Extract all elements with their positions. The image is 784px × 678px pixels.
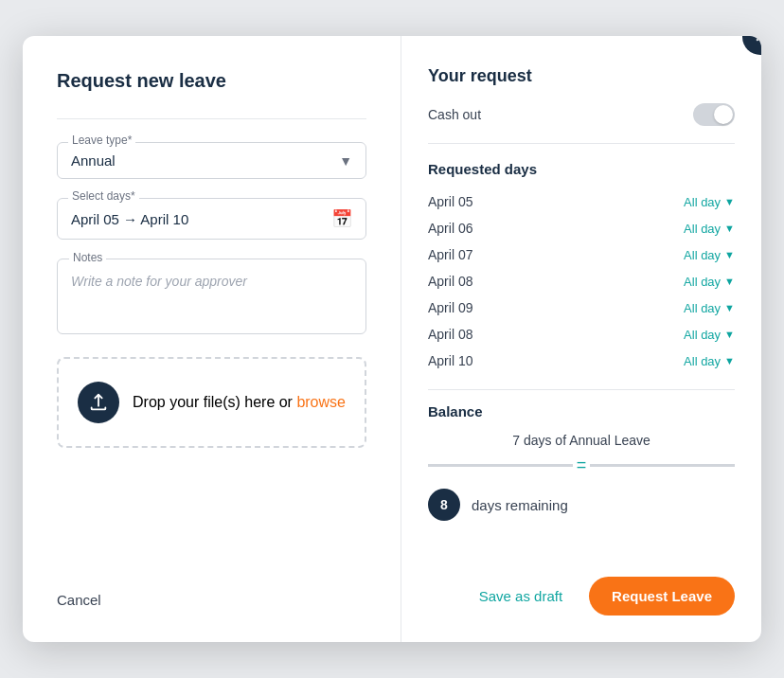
leave-type-value: Annual — [71, 152, 116, 169]
balance-section: Balance 7 days of Annual Leave = 8 days … — [428, 389, 735, 521]
select-days-field[interactable]: Select days* April 05 → April 10 📅 — [57, 198, 366, 240]
day-type-label: All day — [684, 328, 721, 342]
select-days-label: Select days* — [68, 189, 139, 203]
table-row: April 08 All day ▼ — [428, 321, 735, 348]
cash-out-toggle[interactable] — [693, 103, 735, 126]
day-type[interactable]: All day ▼ — [684, 195, 735, 209]
day-type[interactable]: All day ▼ — [684, 222, 735, 236]
chevron-down-icon: ▼ — [724, 329, 735, 340]
balance-days-text: 7 days of Annual Leave — [428, 433, 735, 448]
bar-line-right — [590, 464, 735, 467]
leave-type-field[interactable]: Leave type* Annual ▼ — [57, 142, 366, 179]
date-range-input[interactable]: April 05 → April 10 📅 — [57, 198, 366, 240]
upload-text-area: Drop your file(s) here or browse — [133, 394, 346, 411]
chevron-down-icon: ▼ — [724, 276, 735, 287]
requested-days-title: Requested days — [428, 161, 735, 177]
browse-link[interactable]: browse — [296, 394, 346, 410]
upload-zone[interactable]: Drop your file(s) here or browse — [57, 357, 366, 448]
chevron-down-icon: ▼ — [724, 196, 735, 207]
table-row: April 08 All day ▼ — [428, 268, 735, 294]
your-request-title: Your request — [428, 66, 735, 86]
remaining-row: 8 days remaining — [428, 489, 735, 521]
day-date: April 10 — [428, 353, 472, 368]
section-divider — [428, 143, 735, 144]
notes-label: Notes — [69, 251, 106, 264]
chevron-down-icon: ▼ — [724, 355, 735, 366]
save-draft-button[interactable]: Save as draft — [466, 579, 576, 614]
day-type-label: All day — [684, 248, 721, 262]
leave-type-label: Leave type* — [68, 134, 135, 147]
upload-icon — [78, 382, 119, 423]
day-date: April 07 — [428, 247, 472, 262]
notes-placeholder: Write a note for your approver — [71, 274, 247, 289]
notes-field[interactable]: Notes Write a note for your approver — [57, 259, 366, 334]
leave-type-select[interactable]: Annual ▼ — [57, 142, 366, 179]
day-date: April 09 — [428, 300, 472, 315]
page-title: Request new leave — [57, 70, 366, 92]
balance-divider — [428, 389, 735, 390]
toggle-knob — [714, 105, 733, 124]
request-leave-button[interactable]: Request Leave — [589, 577, 735, 616]
day-type-label: All day — [684, 301, 721, 315]
calendar-icon: 📅 — [331, 208, 352, 229]
upload-svg — [88, 392, 109, 413]
bar-line-left — [428, 464, 573, 467]
modal: × Request new leave Leave type* Annual ▼… — [23, 36, 761, 642]
day-type[interactable]: All day ▼ — [684, 328, 735, 342]
chevron-down-icon: ▼ — [339, 153, 352, 169]
day-type-label: All day — [684, 222, 721, 236]
day-type-label: All day — [684, 195, 721, 209]
remaining-badge: 8 — [428, 489, 460, 521]
day-type[interactable]: All day ▼ — [684, 354, 735, 368]
day-type[interactable]: All day ▼ — [684, 248, 735, 262]
remaining-text: days remaining — [472, 497, 568, 513]
cash-out-row: Cash out — [428, 103, 735, 126]
day-type-label: All day — [684, 275, 721, 289]
day-date: April 06 — [428, 221, 472, 236]
cancel-button[interactable]: Cancel — [57, 584, 101, 616]
equals-icon: = — [573, 455, 591, 475]
table-row: April 09 All day ▼ — [428, 294, 735, 321]
day-date: April 08 — [428, 327, 472, 342]
upload-text: Drop your file(s) here or — [133, 394, 296, 410]
chevron-down-icon: ▼ — [724, 249, 735, 260]
day-type[interactable]: All day ▼ — [684, 275, 735, 289]
day-date: April 05 — [428, 194, 472, 209]
balance-bar: = — [428, 455, 735, 475]
day-type-label: All day — [684, 354, 721, 368]
day-date: April 08 — [428, 274, 472, 289]
right-footer: Save as draft Request Leave — [428, 562, 735, 616]
balance-title: Balance — [428, 403, 735, 419]
date-range-value: April 05 → April 10 — [71, 211, 188, 227]
days-list: April 05 All day ▼ April 06 All day ▼ Ap… — [428, 188, 735, 374]
left-footer: Cancel — [57, 565, 366, 616]
chevron-down-icon: ▼ — [724, 223, 735, 234]
right-panel: Your request Cash out Requested days Apr… — [401, 36, 761, 642]
day-type[interactable]: All day ▼ — [684, 301, 735, 315]
left-panel: Request new leave Leave type* Annual ▼ S… — [23, 36, 401, 642]
divider — [57, 118, 366, 119]
table-row: April 06 All day ▼ — [428, 215, 735, 241]
table-row: April 10 All day ▼ — [428, 348, 735, 374]
cash-out-label: Cash out — [428, 107, 481, 122]
table-row: April 07 All day ▼ — [428, 241, 735, 268]
table-row: April 05 All day ▼ — [428, 188, 735, 215]
chevron-down-icon: ▼ — [724, 302, 735, 313]
